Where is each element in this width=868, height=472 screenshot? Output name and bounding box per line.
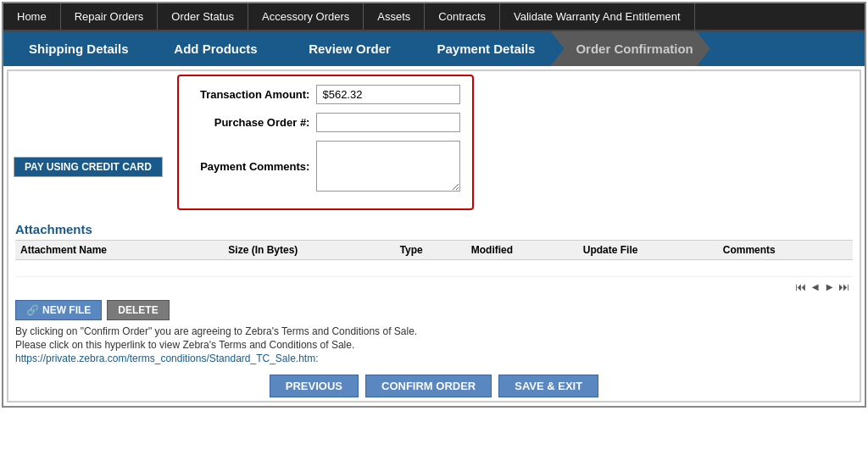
save-exit-button[interactable]: SAVE & EXIT [498,375,598,397]
pagination-prev[interactable]: ◄ [810,280,821,293]
pagination-last[interactable]: ⏭ [838,280,849,293]
payment-form-section: Transaction Amount: Purchase Order #: Pa… [177,75,474,210]
purchase-order-row: Purchase Order #: [191,113,460,132]
payment-comments-row: Payment Comments: [191,141,460,192]
previous-button[interactable]: PREVIOUS [270,375,359,397]
confirm-order-button[interactable]: CONFIRM ORDER [365,375,492,397]
purchase-order-label: Purchase Order #: [191,116,309,129]
steps-breadcrumb: Shipping Details Add Products Review Ord… [3,31,865,66]
new-file-button[interactable]: 🔗 NEW FILE [15,300,102,320]
terms-link[interactable]: https://private.zebra.com/terms_conditio… [15,353,319,364]
col-update-file: Update File [578,241,718,260]
delete-button[interactable]: DELETE [107,300,169,320]
pagination-row: ⏮ ◄ ► ⏭ [8,277,860,297]
payment-comments-label: Payment Comments: [191,160,309,173]
pagination-next[interactable]: ► [824,280,835,293]
transaction-amount-label: Transaction Amount: [191,88,309,101]
step-payment-details[interactable]: Payment Details [412,31,553,66]
step-add-products[interactable]: Add Products [144,31,280,66]
attachments-title: Attachments [15,222,853,236]
payment-comments-textarea[interactable] [316,141,460,192]
nav-accessory-orders[interactable]: Accessory Orders [248,3,364,30]
nav-repair-orders[interactable]: Repair Orders [61,3,159,30]
col-modified: Modified [466,241,578,260]
nav-order-status[interactable]: Order Status [158,3,248,30]
pagination-first[interactable]: ⏮ [795,280,806,293]
col-attachment-name: Attachment Name [15,241,223,260]
pay-credit-card-tab: PAY USING CREDIT CARD [14,157,163,177]
file-buttons-row: 🔗 NEW FILE DELETE [15,300,853,320]
main-content: PAY USING CREDIT CARD Transaction Amount… [7,69,861,403]
step-order-confirmation[interactable]: Order Confirmation [550,31,709,66]
empty-table-row [15,260,853,277]
notice-section: By clicking on "Confirm Order" you are a… [15,325,853,364]
bottom-buttons-row: PREVIOUS CONFIRM ORDER SAVE & EXIT [8,369,860,401]
col-size: Size (In Bytes) [223,241,394,260]
notice-line2: Please click on this hyperlink to view Z… [15,339,853,351]
step-review-order[interactable]: Review Order [278,31,414,66]
top-navigation: Home Repair Orders Order Status Accessor… [3,3,865,31]
nav-assets[interactable]: Assets [364,3,425,30]
nav-validate-warranty[interactable]: Validate Warranty And Entitlement [500,3,695,30]
attachments-table: Attachment Name Size (In Bytes) Type Mod… [15,240,853,277]
purchase-order-input[interactable] [316,113,460,132]
notice-line1: By clicking on "Confirm Order" you are a… [15,325,853,337]
step-shipping-details[interactable]: Shipping Details [3,31,146,66]
col-type: Type [395,241,466,260]
nav-home[interactable]: Home [3,3,61,30]
col-comments: Comments [718,241,853,260]
nav-contracts[interactable]: Contracts [425,3,500,30]
transaction-amount-row: Transaction Amount: [191,85,460,104]
paperclip-icon: 🔗 [26,304,39,316]
transaction-amount-input[interactable] [316,85,460,104]
